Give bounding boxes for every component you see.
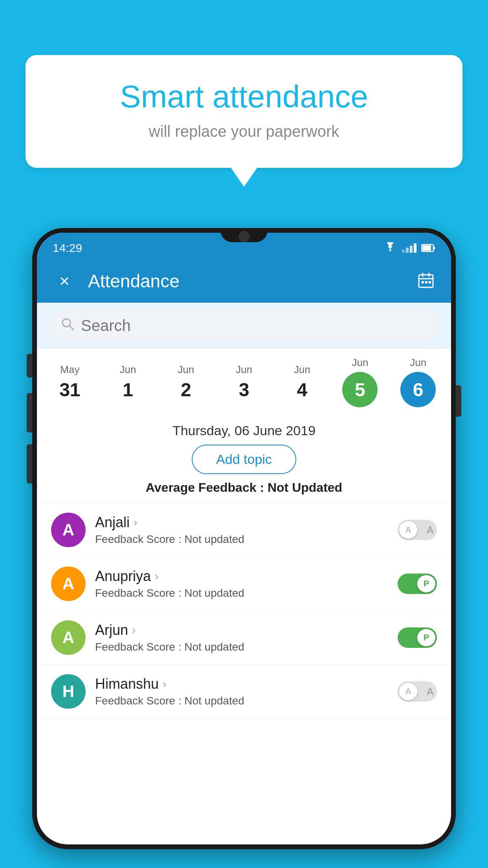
avatar-anupriya: A — [51, 566, 86, 601]
student-item-himanshu[interactable]: H Himanshu › Feedback Score : Not update… — [37, 665, 451, 719]
student-name-anjali: Anjali — [95, 514, 130, 531]
student-info-himanshu: Himanshu › Feedback Score : Not updated — [95, 676, 391, 707]
student-info-anupriya: Anupriya › Feedback Score : Not updated — [95, 568, 391, 600]
attendance-toggle-anupriya[interactable]: P — [398, 574, 437, 594]
search-bar[interactable] — [49, 310, 439, 342]
bubble-subtitle: will replace your paperwork — [49, 123, 439, 140]
avg-feedback: Average Feedback : Not Updated — [37, 480, 451, 503]
student-name-himanshu: Himanshu — [95, 676, 159, 692]
svg-rect-7 — [422, 281, 424, 283]
power-button — [456, 385, 461, 417]
date-jun5[interactable]: Jun 5 — [331, 357, 389, 407]
student-item-anupriya[interactable]: A Anupriya › Feedback Score : Not update… — [37, 557, 451, 611]
student-feedback-anupriya: Feedback Score : Not updated — [95, 587, 391, 600]
volume-down-button — [27, 393, 32, 432]
date-jun2[interactable]: Jun 2 — [157, 364, 215, 401]
phone-notch — [220, 228, 268, 242]
chevron-icon: › — [132, 624, 136, 636]
attendance-toggle-anjali[interactable]: A A — [398, 520, 437, 540]
close-button[interactable]: × — [53, 269, 76, 293]
silent-button — [27, 444, 32, 484]
battery-icon — [421, 243, 435, 253]
speech-bubble: Smart attendance will replace your paper… — [26, 55, 462, 168]
speech-bubble-container: Smart attendance will replace your paper… — [26, 55, 462, 168]
volume-up-button — [27, 354, 32, 377]
wifi-icon — [383, 242, 397, 254]
selected-date: Thursday, 06 June 2019 — [37, 415, 451, 445]
chevron-icon: › — [155, 570, 158, 583]
student-feedback-arjun: Feedback Score : Not updated — [95, 641, 391, 653]
student-item-arjun[interactable]: A Arjun › Feedback Score : Not updated — [37, 611, 451, 665]
attendance-toggle-arjun[interactable]: P — [398, 627, 437, 648]
date-jun6[interactable]: Jun 6 — [389, 357, 447, 407]
content-area: Thursday, 06 June 2019 Add topic Average… — [37, 415, 451, 719]
student-feedback-himanshu: Feedback Score : Not updated — [95, 695, 391, 707]
app-bar: × Attendance — [37, 259, 451, 303]
svg-rect-8 — [425, 281, 427, 283]
avatar-anjali: A — [51, 513, 86, 547]
phone-screen: 14:29 — [37, 233, 451, 844]
calendar-button[interactable] — [416, 271, 435, 291]
student-item-anjali[interactable]: A Anjali › Feedback Score : Not updated — [37, 503, 451, 557]
student-info-anjali: Anjali › Feedback Score : Not updated — [95, 514, 391, 546]
search-container — [37, 303, 451, 349]
avatar-himanshu: H — [51, 674, 86, 709]
avatar-arjun: A — [51, 620, 86, 655]
svg-line-11 — [69, 326, 73, 330]
signal-icon — [402, 243, 416, 253]
search-input[interactable] — [81, 317, 427, 335]
status-time: 14:29 — [53, 241, 82, 255]
status-icons — [383, 242, 435, 254]
date-may31[interactable]: May 31 — [41, 364, 99, 401]
phone-outer: 14:29 — [32, 228, 456, 849]
date-jun1[interactable]: Jun 1 — [99, 364, 157, 401]
app-title: Attendance — [88, 270, 416, 292]
chevron-icon: › — [163, 678, 166, 690]
front-camera — [238, 231, 250, 242]
svg-rect-1 — [433, 246, 435, 250]
phone-frame: 14:29 — [32, 228, 456, 868]
search-icon — [61, 317, 75, 335]
bubble-title: Smart attendance — [49, 79, 439, 115]
attendance-toggle-himanshu[interactable]: A A — [398, 681, 437, 702]
chevron-icon: › — [134, 516, 137, 529]
student-info-arjun: Arjun › Feedback Score : Not updated — [95, 622, 391, 653]
student-feedback-anjali: Feedback Score : Not updated — [95, 533, 391, 546]
date-jun4[interactable]: Jun 4 — [273, 364, 331, 401]
date-selector: May 31 Jun 1 Jun 2 Jun 3 Jun 4 — [37, 349, 451, 415]
date-jun3[interactable]: Jun 3 — [215, 364, 273, 401]
student-list: A Anjali › Feedback Score : Not updated — [37, 503, 451, 719]
add-topic-button[interactable]: Add topic — [192, 445, 296, 474]
student-name-anupriya: Anupriya — [95, 568, 151, 585]
svg-rect-9 — [429, 281, 431, 283]
student-name-arjun: Arjun — [95, 622, 128, 638]
svg-rect-2 — [422, 245, 431, 251]
